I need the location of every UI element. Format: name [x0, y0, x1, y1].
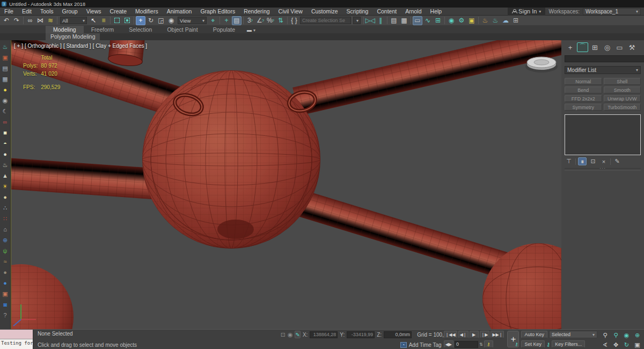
go-to-start-button[interactable]: ❘◀◀	[444, 331, 457, 338]
chevron-down-icon[interactable]: ▾	[253, 28, 255, 33]
selection-sphere-icon[interactable]: ◙	[1, 299, 10, 310]
ribbon-tab-selection[interactable]: Selection	[121, 26, 159, 33]
key-icon[interactable]: ⚷	[484, 340, 493, 348]
viewport-shading-label[interactable]: [ Clay + Edged Faces ]	[93, 43, 147, 49]
angle-snap-icon[interactable]: ∠?	[255, 16, 265, 25]
listener-script-pane[interactable]: Testing for i	[0, 339, 33, 349]
rectangular-selection-region-icon[interactable]	[112, 16, 122, 25]
edit-named-selection-sets-icon[interactable]: { }	[289, 16, 299, 25]
render-setup-icon[interactable]: ⚙	[457, 16, 466, 25]
molecule-icon[interactable]: ∷	[1, 213, 10, 224]
viewport-canvas[interactable]: [ + ][ Orthographic ][ Standard ][ Clay …	[11, 40, 561, 329]
light-icon[interactable]: ●	[1, 84, 10, 95]
make-unique-icon[interactable]: ⊡	[589, 157, 597, 165]
modifier-stack[interactable]	[565, 114, 641, 155]
menu-customize[interactable]: Customize	[307, 8, 342, 14]
globe-icon[interactable]: ⊕	[1, 235, 10, 245]
redo-icon[interactable]: ↷	[12, 16, 21, 25]
viewport-renderer-label[interactable]: [ Standard ]	[63, 43, 91, 49]
maxscript-mini-listener[interactable]: Testing for i	[0, 330, 33, 349]
set-keys-button[interactable]: +	[507, 331, 519, 347]
orbit-icon[interactable]: ↻	[621, 340, 632, 349]
sun-icon[interactable]: ☀	[1, 181, 10, 192]
modifier-button-unwrap-uvw[interactable]: Unwrap UVW	[604, 95, 641, 102]
panel-splitter[interactable]	[565, 168, 641, 171]
ribbon-tab-modeling[interactable]: Modeling	[46, 26, 84, 33]
render-in-cloud-icon[interactable]: ☁	[501, 16, 510, 25]
ribbon-tab-populate[interactable]: Populate	[206, 26, 243, 33]
dome-primitive-icon[interactable]: ◓	[1, 138, 10, 149]
scene-explorer-icon[interactable]: ▦	[399, 16, 409, 25]
select-and-link-icon[interactable]: ∞	[25, 16, 35, 25]
tan-sphere-icon[interactable]: ●	[1, 192, 10, 202]
zoom-icon[interactable]: ⚲	[600, 331, 610, 340]
sphere-primitive-icon[interactable]: ●	[1, 149, 10, 159]
create-tab[interactable]: +	[565, 42, 576, 52]
menu-file[interactable]: File	[0, 8, 18, 14]
listener-macro-pane[interactable]	[0, 330, 33, 339]
select-and-move-icon[interactable]: +	[136, 16, 145, 25]
menu-modifiers[interactable]: Modifiers	[131, 8, 163, 14]
zoom-extents-all-icon[interactable]: ⊕	[632, 331, 642, 340]
modifier-button-turbosmooth[interactable]: TurboSmooth	[604, 104, 641, 111]
menu-group[interactable]: Group	[58, 8, 82, 14]
reference-coordinate-system-dropdown[interactable]: View▾	[178, 17, 207, 24]
menu-rendering[interactable]: Rendering	[239, 8, 274, 14]
select-and-manipulate-icon[interactable]: +	[222, 16, 231, 25]
rock-icon[interactable]: ●	[1, 267, 10, 278]
isolate-selection-icon[interactable]: ⊡	[281, 331, 286, 338]
tab-polygon-modeling[interactable]: Polygon Modeling	[46, 33, 100, 40]
layer-list-icon[interactable]: ▤	[1, 63, 10, 74]
time-tag-icon[interactable]: ◔	[400, 342, 407, 348]
keyboard-shortcut-override-icon[interactable]: ▤	[232, 16, 241, 25]
modify-tab[interactable]: ⌒	[577, 42, 588, 52]
moon-icon[interactable]: ☾	[1, 106, 10, 117]
material-editor-icon[interactable]: ◉	[447, 16, 456, 25]
teapot-primitive-icon[interactable]: ♨	[1, 159, 10, 170]
current-frame-field[interactable]	[455, 341, 478, 348]
viewport-pov-label[interactable]: [ Orthographic ]	[25, 43, 62, 49]
ribbon-toggle-icon[interactable]: ▭	[413, 16, 422, 25]
window-tool-icon[interactable]: ▣	[1, 288, 10, 299]
y-coordinate-field[interactable]	[347, 331, 375, 338]
stereo-glasses-icon[interactable]: ∞	[1, 117, 10, 127]
render-production-icon[interactable]: ♨	[480, 16, 490, 25]
rendered-frame-window-icon[interactable]: ▣	[467, 16, 477, 25]
x-coordinate-field[interactable]	[310, 331, 338, 338]
workspace-dropdown[interactable]: Workspace_1 ▾	[583, 8, 641, 15]
modifier-list-dropdown[interactable]: Modifier List ▾	[565, 66, 641, 74]
viewport-menu-plus[interactable]: [ + ]	[14, 43, 23, 49]
modifier-button-smooth[interactable]: Smooth	[604, 86, 641, 93]
object-name-field[interactable]	[565, 55, 644, 62]
remove-modifier-icon[interactable]: ×	[599, 157, 608, 165]
show-end-result-icon[interactable]: ∎	[578, 157, 587, 165]
previous-frame-button[interactable]: ◀❘	[458, 331, 469, 338]
motion-tab[interactable]: ◎	[602, 42, 613, 52]
display-tab[interactable]: ▭	[614, 42, 625, 52]
layer-manager-icon[interactable]: ▤	[389, 16, 399, 25]
modifier-button-ffd-2x2x2[interactable]: FFD 2x2x2	[565, 95, 602, 102]
select-and-scale-icon[interactable]: ◲	[156, 16, 166, 25]
auto-key-button[interactable]: Auto Key	[521, 331, 547, 338]
menu-create[interactable]: Create	[106, 8, 131, 14]
add-time-tag-label[interactable]: Add Time Tag	[409, 342, 442, 348]
menu-edit[interactable]: Edit	[18, 8, 36, 14]
ribbon-tab-freeform[interactable]: Freeform	[84, 26, 122, 33]
camera-icon[interactable]: ◉	[1, 95, 10, 106]
open-a360-gallery-icon[interactable]: ⊞	[511, 16, 521, 25]
go-to-end-button[interactable]: ▶▶❘	[491, 331, 504, 338]
shiny-sphere-icon[interactable]: ●	[1, 278, 10, 288]
snaps-toggle-icon[interactable]: 3?	[245, 16, 255, 25]
curve-editor-icon[interactable]: ∿	[423, 16, 433, 25]
select-and-place-icon[interactable]: ◉	[166, 16, 176, 25]
ribbon-tab-object-paint[interactable]: Object Paint	[159, 26, 205, 33]
menu-animation[interactable]: Animation	[163, 8, 196, 14]
maximize-viewport-icon[interactable]: ▣	[632, 340, 642, 349]
unlink-selection-icon[interactable]: ⋈	[35, 16, 45, 25]
z-coordinate-field[interactable]	[384, 331, 412, 338]
mirror-icon[interactable]: ▷◁	[365, 16, 375, 25]
selection-set-key-dropdown[interactable]: Selected ▾	[549, 331, 597, 338]
zoom-all-icon[interactable]: ⚲	[611, 331, 621, 340]
menu-graph-editors[interactable]: Graph Editors	[196, 8, 239, 14]
fur-icon[interactable]: ≈	[1, 256, 10, 267]
